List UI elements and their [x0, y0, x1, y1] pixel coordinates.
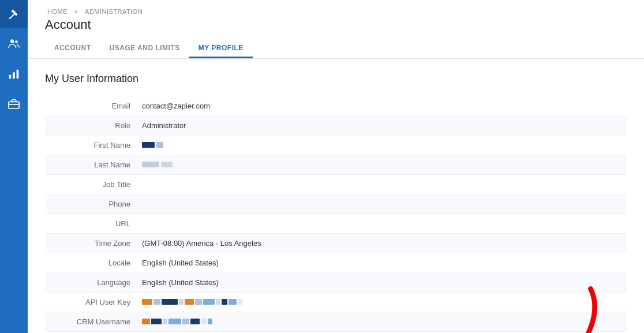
svg-rect-6	[17, 70, 19, 79]
field-value-email: contact@zapier.com	[137, 96, 627, 116]
page-title: Account	[45, 17, 627, 32]
field-value-lastname	[137, 155, 627, 175]
table-row: CRM Username	[45, 312, 627, 332]
section-title: My User Information	[45, 73, 627, 85]
redacted-lastname	[142, 162, 173, 167]
table-row: Time Zone (GMT-08:00) America - Los Ange…	[45, 234, 627, 253]
chart-icon	[8, 68, 20, 80]
header: HOME > ADMINISTRATION Account ACCOUNT US…	[28, 0, 644, 59]
svg-rect-1	[11, 9, 17, 16]
field-value-firstname	[137, 136, 627, 155]
sidebar	[0, 0, 28, 333]
table-row: Phone	[45, 194, 627, 214]
field-label-phone: Phone	[45, 194, 137, 214]
table-row: API User Key	[45, 293, 627, 312]
field-label-language: Language	[45, 273, 137, 293]
field-value-language: English (United States)	[137, 273, 627, 293]
table-row: Last Name	[45, 155, 627, 175]
breadcrumb-admin[interactable]: ADMINISTRATION	[85, 8, 143, 15]
svg-point-3	[15, 40, 18, 43]
breadcrumb: HOME > ADMINISTRATION	[45, 8, 627, 15]
svg-point-2	[10, 39, 14, 43]
tab-profile[interactable]: MY PROFILE	[189, 39, 253, 58]
table-row: Job Title	[45, 175, 627, 194]
field-label-apikey: API User Key	[45, 293, 137, 312]
tab-account[interactable]: ACCOUNT	[45, 39, 100, 58]
sidebar-briefcase[interactable]	[0, 90, 28, 118]
field-label-jobtitle: Job Title	[45, 175, 137, 194]
field-value-apikey	[137, 293, 627, 312]
breadcrumb-sep: >	[74, 8, 78, 15]
field-value-crmusername	[137, 312, 627, 332]
svg-rect-4	[9, 75, 12, 78]
user-info-table: Email contact@zapier.com Role Administra…	[45, 96, 627, 332]
users-icon	[8, 38, 20, 50]
table-row: First Name	[45, 136, 627, 155]
tab-usage[interactable]: USAGE AND LIMITS	[100, 39, 189, 58]
table-row: URL	[45, 214, 627, 234]
field-label-firstname: First Name	[45, 136, 137, 155]
content-area: My User Information Email contact@zapier…	[28, 59, 644, 333]
sidebar-charts[interactable]	[0, 60, 28, 88]
redacted-firstname	[142, 142, 163, 148]
field-value-timezone: (GMT-08:00) America - Los Angeles	[137, 234, 627, 253]
table-row: Locale English (United States)	[45, 253, 627, 273]
redacted-crmusername	[142, 319, 212, 324]
table-row: Role Administrator	[45, 116, 627, 136]
field-value-phone	[137, 194, 627, 214]
edit-icon	[8, 8, 20, 20]
field-value-jobtitle	[137, 175, 627, 194]
field-value-locale: English (United States)	[137, 253, 627, 273]
field-label-crmusername: CRM Username	[45, 312, 137, 332]
svg-rect-5	[13, 72, 15, 78]
tab-bar: ACCOUNT USAGE AND LIMITS MY PROFILE	[45, 39, 627, 58]
sidebar-logo[interactable]	[0, 0, 28, 28]
field-label-locale: Locale	[45, 253, 137, 273]
field-value-role: Administrator	[137, 116, 627, 136]
field-label-url: URL	[45, 214, 137, 234]
field-label-email: Email	[45, 96, 137, 116]
field-value-url	[137, 214, 627, 234]
breadcrumb-home[interactable]: HOME	[47, 8, 68, 15]
sidebar-users[interactable]	[0, 30, 28, 58]
main-content: HOME > ADMINISTRATION Account ACCOUNT US…	[28, 0, 644, 333]
redacted-apikey	[142, 299, 242, 305]
field-label-timezone: Time Zone	[45, 234, 137, 253]
briefcase-icon	[8, 98, 20, 110]
field-label-role: Role	[45, 116, 137, 136]
field-label-lastname: Last Name	[45, 155, 137, 175]
svg-rect-7	[9, 102, 19, 108]
table-row: Email contact@zapier.com	[45, 96, 627, 116]
table-row: Language English (United States)	[45, 273, 627, 293]
